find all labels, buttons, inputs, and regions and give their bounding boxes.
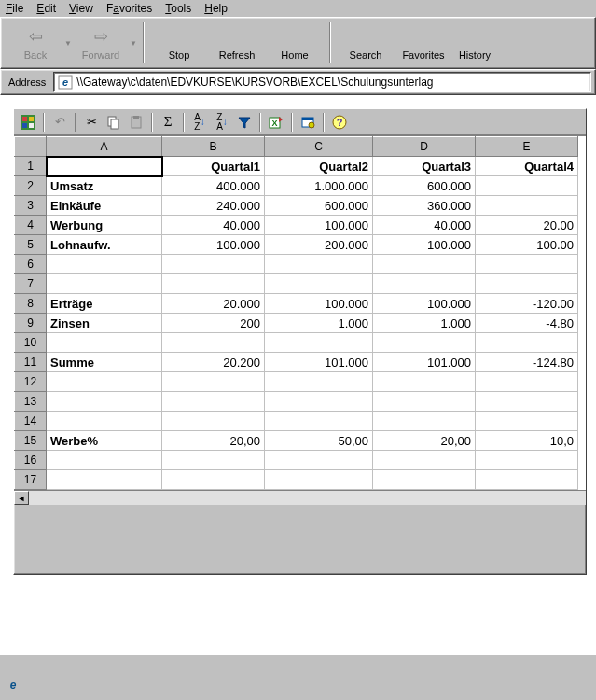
cell[interactable] bbox=[373, 255, 476, 274]
row-header[interactable]: 8 bbox=[15, 294, 47, 314]
cell[interactable] bbox=[373, 451, 476, 470]
cell[interactable] bbox=[162, 412, 265, 431]
row-header[interactable]: 12 bbox=[15, 372, 47, 392]
row-header[interactable]: 4 bbox=[15, 216, 47, 235]
cell[interactable] bbox=[47, 470, 162, 490]
cell[interactable] bbox=[162, 372, 265, 392]
cell[interactable]: Einkäufe bbox=[47, 196, 162, 216]
cell[interactable] bbox=[373, 333, 476, 353]
cut-button[interactable]: ✂ bbox=[81, 112, 102, 133]
cell[interactable] bbox=[162, 333, 265, 353]
row-header[interactable]: 13 bbox=[15, 392, 47, 412]
address-field[interactable]: e \\Gateway\c\daten\EDVKURSE\KURSVORB\EX… bbox=[53, 72, 591, 92]
row-header[interactable]: 14 bbox=[15, 412, 47, 431]
cell[interactable]: 20.200 bbox=[162, 353, 265, 372]
cell[interactable] bbox=[476, 274, 578, 294]
cell[interactable]: 240.000 bbox=[162, 196, 265, 216]
cell[interactable]: Werbung bbox=[47, 216, 162, 235]
cell[interactable]: 1.000.000 bbox=[265, 176, 373, 196]
cell[interactable]: 1.000 bbox=[373, 314, 476, 333]
cell[interactable]: 20,00 bbox=[162, 431, 265, 451]
cell[interactable]: Umsatz bbox=[47, 176, 162, 196]
cell[interactable] bbox=[265, 470, 373, 490]
row-header[interactable]: 17 bbox=[15, 470, 47, 490]
cell[interactable]: -4.80 bbox=[476, 314, 578, 333]
autosum-button[interactable]: Σ bbox=[158, 112, 178, 133]
cell[interactable] bbox=[47, 392, 162, 412]
favorites-button[interactable]: ✶ Favorites bbox=[395, 20, 452, 66]
cell[interactable]: 1.000 bbox=[265, 314, 373, 333]
forward-button[interactable]: ⇨ Forward bbox=[72, 20, 130, 66]
row-header[interactable]: 11 bbox=[15, 353, 47, 372]
row-header[interactable]: 3 bbox=[15, 196, 47, 216]
cell[interactable] bbox=[476, 196, 578, 216]
cell[interactable] bbox=[47, 274, 162, 294]
scroll-left-button[interactable]: ◄ bbox=[14, 491, 29, 505]
menu-edit[interactable]: Edit bbox=[36, 2, 56, 15]
col-header-b[interactable]: B bbox=[162, 137, 265, 157]
refresh-button[interactable]: Refresh bbox=[208, 20, 266, 66]
col-header-c[interactable]: C bbox=[265, 137, 373, 157]
col-header-e[interactable]: E bbox=[476, 137, 578, 157]
horizontal-scrollbar[interactable]: ◄ bbox=[14, 490, 586, 505]
cell[interactable]: Werbe% bbox=[47, 431, 162, 451]
row-header[interactable]: 7 bbox=[15, 274, 47, 294]
cell[interactable]: 100.00 bbox=[476, 235, 578, 255]
app-icon[interactable] bbox=[18, 112, 38, 133]
cell[interactable]: 20.000 bbox=[162, 294, 265, 314]
row-header[interactable]: 1 bbox=[15, 157, 47, 176]
cell[interactable] bbox=[476, 176, 578, 196]
cell[interactable] bbox=[47, 333, 162, 353]
back-dropdown[interactable]: ▼ bbox=[64, 20, 72, 66]
help-button[interactable]: ? bbox=[329, 112, 350, 133]
cell[interactable]: 100.000 bbox=[162, 235, 265, 255]
select-all-corner[interactable] bbox=[15, 137, 47, 157]
row-header[interactable]: 9 bbox=[15, 314, 47, 333]
row-header[interactable]: 2 bbox=[15, 176, 47, 196]
cell[interactable] bbox=[47, 451, 162, 470]
cell[interactable] bbox=[265, 333, 373, 353]
cell[interactable] bbox=[265, 412, 373, 431]
paste-button[interactable] bbox=[126, 112, 146, 133]
cell[interactable]: 600.000 bbox=[265, 196, 373, 216]
cell[interactable]: Summe bbox=[47, 353, 162, 372]
cell[interactable]: 360.000 bbox=[373, 196, 476, 216]
copy-button[interactable] bbox=[104, 112, 124, 133]
cell[interactable] bbox=[162, 392, 265, 412]
cell[interactable]: Erträge bbox=[47, 294, 162, 314]
cell[interactable] bbox=[373, 470, 476, 490]
cell[interactable]: 100.000 bbox=[373, 235, 476, 255]
menu-view[interactable]: View bbox=[69, 2, 93, 15]
cell[interactable]: 100.000 bbox=[373, 294, 476, 314]
cell[interactable] bbox=[47, 157, 162, 176]
cell[interactable]: Zinsen bbox=[47, 314, 162, 333]
autofilter-button[interactable] bbox=[234, 112, 255, 133]
cell[interactable] bbox=[265, 372, 373, 392]
cell[interactable] bbox=[373, 412, 476, 431]
cell[interactable]: 20,00 bbox=[373, 431, 476, 451]
sort-desc-button[interactable]: ZA↓ bbox=[212, 112, 232, 133]
cell[interactable]: 101.000 bbox=[373, 353, 476, 372]
history-button[interactable]: History bbox=[452, 20, 497, 66]
cell[interactable] bbox=[162, 255, 265, 274]
cell[interactable]: -120.00 bbox=[476, 294, 578, 314]
export-excel-button[interactable]: X bbox=[266, 112, 286, 133]
cell[interactable] bbox=[476, 392, 578, 412]
cell[interactable] bbox=[47, 372, 162, 392]
cell[interactable] bbox=[162, 451, 265, 470]
cell[interactable]: 10,0 bbox=[476, 431, 578, 451]
cell[interactable]: Quartal3 bbox=[373, 157, 476, 176]
cell[interactable]: Quartal4 bbox=[476, 157, 578, 176]
cell[interactable]: 600.000 bbox=[373, 176, 476, 196]
cell[interactable]: 101.000 bbox=[265, 353, 373, 372]
cell[interactable] bbox=[476, 372, 578, 392]
cell[interactable]: 40.000 bbox=[162, 216, 265, 235]
row-header[interactable]: 10 bbox=[15, 333, 47, 353]
cell[interactable] bbox=[265, 392, 373, 412]
cell[interactable]: 100.000 bbox=[265, 294, 373, 314]
cell[interactable]: Lohnaufw. bbox=[47, 235, 162, 255]
cell[interactable] bbox=[47, 412, 162, 431]
properties-button[interactable] bbox=[298, 112, 318, 133]
home-button[interactable]: Home bbox=[266, 20, 324, 66]
col-header-d[interactable]: D bbox=[373, 137, 476, 157]
